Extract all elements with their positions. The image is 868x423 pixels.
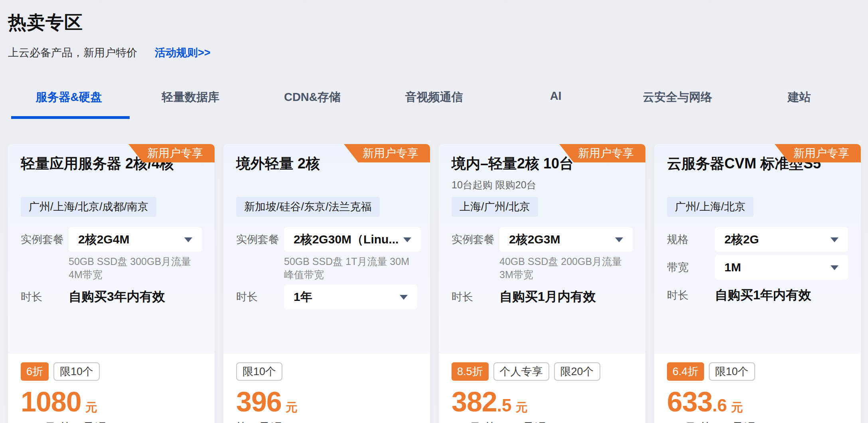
product-card: 新用户专享境外轻量 2核新加坡/硅谷/东京/法兰克福实例套餐2核2G30M（Li… (223, 144, 430, 423)
product-card: 新用户专享境内–轻量2核 10台10台起购 限购20台上海/广州/北京实例套餐2… (439, 144, 645, 423)
card-config-section: 轻量应用服务器 2核/4核广州/上海/北京/成都/南京实例套餐2核2G4M50G… (8, 144, 215, 354)
price-detail: 1800元约30元/月 (21, 420, 202, 423)
card-rows: 规格2核2G带宽1M时长自购买1年内有效 (667, 227, 848, 308)
chevron-down-icon (403, 237, 411, 242)
page-title: 热卖专区 (8, 10, 860, 35)
select-value: 1年 (294, 289, 312, 305)
new-user-ribbon: 新用户专享 (128, 144, 215, 162)
card-subtitle (236, 176, 417, 194)
badge-row: 6.4折限10个 (667, 362, 848, 381)
region-tag: 广州/上海/北京/成都/南京 (21, 197, 156, 217)
card-subtitle (21, 176, 202, 194)
chevron-down-icon (831, 237, 838, 242)
price-unit: 元 (731, 399, 743, 416)
limit-badge: 限10个 (236, 362, 282, 381)
tab-1[interactable]: 服务器&硬盘 (8, 83, 130, 119)
tab-4[interactable]: 音视频通信 (373, 83, 495, 119)
product-card: 新用户专享轻量应用服务器 2核/4核广州/上海/北京/成都/南京实例套餐2核2G… (8, 144, 215, 423)
row-label: 时长 (236, 285, 284, 309)
monthly-price: 约38.25元/月 (485, 420, 547, 423)
discount-badge: 6折 (21, 362, 49, 381)
card-rows: 实例套餐2核2G4M50GB SSD盘 300GB月流量 4M带宽时长自购买3年… (21, 227, 202, 309)
card-rows: 实例套餐2核2G3M40GB SSD盘 200GB月流量 3M带宽时长自购买1月… (452, 227, 633, 309)
region-tag: 广州/上海/北京 (667, 197, 754, 217)
price-detail: 990元约52.8元/月 (667, 420, 848, 423)
category-tabs: 服务器&硬盘轻量数据库CDN&存储音视频通信AI云安全与网络建站 (8, 83, 860, 119)
card-row: 时长自购买3年内有效 (21, 285, 202, 309)
card-subtitle: 10台起购 限购20台 (452, 176, 633, 194)
row-value: 自购买1月内有效 (499, 285, 633, 309)
limit-badge: 个人专享 (493, 362, 549, 381)
row-label: 时长 (667, 283, 715, 308)
带宽-select[interactable]: 1M (715, 255, 848, 280)
monthly-price: 约33元/月 (236, 420, 284, 423)
badge-row: 6折限10个 (21, 362, 202, 381)
card-price-section: 8.5折个人专享限20个382.5元450元约38.25元/月 (439, 354, 645, 423)
select-value: 1M (724, 261, 741, 274)
card-price-section: 6折限10个1080元1800元约30元/月 (8, 354, 215, 423)
规格-select[interactable]: 2核2G (715, 227, 848, 252)
original-price: 450元 (452, 420, 480, 423)
price-decimal: .5 (497, 395, 512, 415)
实例套餐-select[interactable]: 2核2G30M（Linu... (284, 227, 421, 252)
badge-row: 8.5折个人专享限20个 (452, 362, 633, 381)
card-row: 带宽1M (667, 255, 848, 280)
tab-7[interactable]: 建站 (738, 83, 860, 119)
product-card: 新用户专享云服务器CVM 标准型S5广州/上海/北京规格2核2G带宽1M时长自购… (654, 144, 861, 423)
price-detail: 约33元/月 (236, 420, 417, 423)
spec-description: 50GB SSD盘 1T月流量 30M峰值带宽 (284, 255, 421, 281)
card-row: 时长1年 (236, 285, 417, 309)
row-label: 实例套餐 (452, 227, 499, 252)
price: 633.6元 (667, 388, 848, 416)
实例套餐-select[interactable]: 2核2G4M (69, 227, 202, 252)
chevron-down-icon (400, 295, 408, 300)
region-tag: 上海/广州/北京 (452, 197, 538, 217)
card-config-section: 境内–轻量2核 10台10台起购 限购20台上海/广州/北京实例套餐2核2G3M… (439, 144, 645, 354)
price-detail: 450元约38.25元/月 (452, 420, 633, 423)
limit-badge: 限20个 (554, 362, 600, 381)
row-label: 时长 (21, 285, 69, 309)
original-price: 990元 (667, 420, 696, 423)
row-value: 自购买3年内有效 (69, 285, 202, 309)
时长-select[interactable]: 1年 (284, 285, 417, 309)
limit-badge: 限10个 (53, 362, 100, 381)
badge-row: 限10个 (236, 362, 417, 381)
card-row: 实例套餐2核2G3M40GB SSD盘 200GB月流量 3M带宽 (452, 227, 633, 281)
row-value: 自购买1年内有效 (715, 283, 848, 308)
price: 382.5元 (452, 388, 633, 416)
card-config-section: 境外轻量 2核新加坡/硅谷/东京/法兰克福实例套餐2核2G30M（Linu...… (223, 144, 430, 354)
select-value: 2核2G4M (78, 231, 129, 248)
实例套餐-select[interactable]: 2核2G3M (499, 227, 633, 252)
card-row: 实例套餐2核2G4M50GB SSD盘 300GB月流量 4M带宽 (21, 227, 202, 281)
product-card-list: 新用户专享轻量应用服务器 2核/4核广州/上海/北京/成都/南京实例套餐2核2G… (0, 144, 868, 423)
activity-rules-link[interactable]: 活动规则>> (155, 45, 211, 60)
price-integer: 633 (667, 388, 712, 416)
price-unit: 元 (286, 399, 298, 416)
page-subtitle: 上云必备产品，新用户特价 (8, 45, 137, 60)
limit-badge: 限10个 (709, 362, 755, 381)
price-integer: 382 (452, 388, 497, 416)
card-row: 时长自购买1月内有效 (452, 285, 633, 309)
price-integer: 1080 (21, 388, 81, 416)
card-price-section: 限10个396元约33元/月 (223, 354, 430, 423)
tab-5[interactable]: AI (495, 83, 617, 119)
select-value: 2核2G30M（Linu... (294, 231, 398, 248)
row-label: 时长 (452, 285, 499, 309)
tab-6[interactable]: 云安全与网络 (617, 83, 738, 119)
page-header: 热卖专区 上云必备产品，新用户特价 活动规则>> (0, 0, 868, 60)
card-subtitle (667, 176, 848, 194)
new-user-ribbon: 新用户专享 (775, 144, 861, 162)
monthly-price: 约52.8元/月 (700, 420, 757, 423)
tab-3[interactable]: CDN&存储 (251, 83, 373, 119)
chevron-down-icon (184, 237, 192, 242)
chevron-down-icon (615, 237, 623, 242)
card-row: 时长自购买1年内有效 (667, 283, 848, 308)
tab-2[interactable]: 轻量数据库 (130, 83, 251, 119)
price-unit: 元 (85, 399, 97, 416)
price-decimal: .6 (712, 395, 727, 415)
discount-badge: 8.5折 (452, 362, 489, 381)
row-label: 带宽 (667, 255, 715, 280)
card-row: 实例套餐2核2G30M（Linu...50GB SSD盘 1T月流量 30M峰值… (236, 227, 417, 281)
price-integer: 396 (236, 388, 282, 416)
monthly-price: 约30元/月 (60, 420, 108, 423)
